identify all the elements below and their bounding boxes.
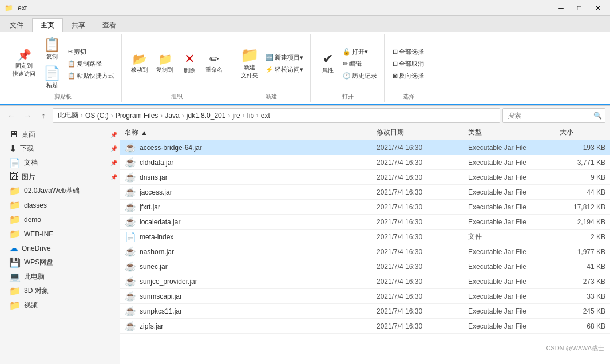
- sidebar-item-desktop[interactable]: 🖥 桌面 📌: [0, 128, 120, 141]
- path-item-programfiles[interactable]: Program Files: [116, 112, 159, 120]
- edit-button[interactable]: ✏ 编辑: [340, 58, 379, 69]
- forward-button[interactable]: →: [21, 109, 34, 122]
- javaweb-icon: 📁: [9, 185, 21, 196]
- properties-icon: ✔: [323, 53, 333, 65]
- easy-access-button[interactable]: ⚡ 轻松访问▾: [263, 64, 306, 75]
- file-type-icon: ☕: [125, 261, 136, 272]
- copy-button[interactable]: 📋 复制: [40, 35, 64, 63]
- select-all-icon: ⊞: [393, 48, 398, 56]
- table-row[interactable]: ☕ nashorn.jar 2021/7/4 16:30 Executable …: [120, 244, 610, 259]
- paste-shortcut-button[interactable]: 📋 粘贴快捷方式: [65, 70, 117, 81]
- cut-button[interactable]: ✂ 剪切: [65, 46, 117, 57]
- sidebar-item-documents[interactable]: 📄 文档 📌: [0, 156, 120, 170]
- up-button[interactable]: ↑: [37, 109, 50, 122]
- sidebar-item-demo[interactable]: 📁 demo: [0, 212, 120, 227]
- file-type-icon: ☕: [125, 142, 136, 153]
- sidebar-item-webinf[interactable]: 📁 WEB-INF: [0, 227, 120, 241]
- select-none-button[interactable]: ⊟ 全部取消: [390, 58, 426, 69]
- new-folder-icon: 📁: [240, 48, 259, 62]
- sidebar-item-pictures[interactable]: 🖼 图片 📌: [0, 170, 120, 184]
- table-row[interactable]: ☕ sunjce_provider.jar 2021/7/4 16:30 Exe…: [120, 274, 610, 289]
- table-row[interactable]: ☕ jfxrt.jar 2021/7/4 16:30 Executable Ja…: [120, 200, 610, 215]
- file-type-icon: ☕: [125, 216, 136, 227]
- new-item-button[interactable]: 🆕 新建项目▾: [263, 52, 306, 63]
- table-row[interactable]: ☕ sunpkcs11.jar 2021/7/4 16:30 Executabl…: [120, 304, 610, 319]
- file-type-icon: ☕: [125, 157, 136, 168]
- copy-to-button[interactable]: 📁 复制到: [153, 51, 177, 76]
- col-type-header[interactable]: 类型: [468, 128, 560, 137]
- sidebar-item-javaweb[interactable]: 📁 02.0JavaWeb基础: [0, 184, 120, 198]
- file-date-cell: 2021/7/4 16:30: [377, 278, 468, 286]
- file-size-cell: 44 KB: [560, 188, 605, 196]
- table-row[interactable]: ☕ access-bridge-64.jar 2021/7/4 16:30 Ex…: [120, 140, 610, 155]
- new-folder-button[interactable]: 📁 新建文件夹: [237, 45, 262, 82]
- search-input[interactable]: [502, 108, 605, 123]
- sidebar-item-downloads[interactable]: ⬇ 下载 📌: [0, 141, 120, 156]
- sidebar-item-wps[interactable]: 💾 WPS网盘: [0, 255, 120, 270]
- tab-file[interactable]: 文件: [1, 18, 32, 32]
- properties-button[interactable]: ✔ 属性: [316, 50, 339, 77]
- table-row[interactable]: ☕ dnsns.jar 2021/7/4 16:30 Executable Ja…: [120, 170, 610, 185]
- file-type-cell: Executable Jar File: [468, 278, 560, 286]
- file-size-cell: 2 KB: [560, 233, 605, 241]
- invert-select-button[interactable]: ⊠ 反向选择: [390, 70, 426, 81]
- tab-home[interactable]: 主页: [32, 18, 63, 32]
- rename-button[interactable]: ✏ 重命名: [202, 51, 226, 76]
- sidebar-item-videos[interactable]: 📁 视频: [0, 298, 120, 312]
- pin-indicator: 📌: [110, 174, 117, 180]
- clipboard-items: 📌 固定到快速访问 📋 复制 📄 粘贴 ✂ 剪: [9, 35, 117, 92]
- tab-view[interactable]: 查看: [94, 18, 125, 32]
- pin-indicator: 📌: [110, 132, 117, 138]
- path-item-java[interactable]: Java: [165, 112, 179, 120]
- sidebar-item-classes[interactable]: 📁 classes: [0, 198, 120, 212]
- file-type-cell: Executable Jar File: [468, 218, 560, 226]
- delete-button[interactable]: ✕ 删除: [178, 50, 201, 77]
- pin-button[interactable]: 📌 固定到快速访问: [9, 47, 39, 80]
- path-item-thispc[interactable]: 此电脑: [58, 110, 78, 120]
- table-row[interactable]: ☕ localedata.jar 2021/7/4 16:30 Executab…: [120, 215, 610, 230]
- file-type-cell: Executable Jar File: [468, 203, 560, 211]
- select-all-button[interactable]: ⊞ 全部选择: [390, 46, 426, 57]
- table-row[interactable]: ☕ sunmscapi.jar 2021/7/4 16:30 Executabl…: [120, 289, 610, 304]
- file-size-cell: 3,771 KB: [560, 159, 605, 167]
- back-button[interactable]: ←: [5, 109, 18, 122]
- close-button[interactable]: ✕: [591, 3, 605, 13]
- col-date-header[interactable]: 修改日期: [377, 128, 468, 137]
- col-name-header[interactable]: 名称 ▲: [125, 128, 377, 137]
- copy-to-icon: 📁: [158, 53, 172, 65]
- file-size-cell: 273 KB: [560, 278, 605, 286]
- new-item-icon: 🆕: [266, 54, 274, 61]
- table-row[interactable]: ☕ cldrdata.jar 2021/7/4 16:30 Executable…: [120, 155, 610, 170]
- documents-icon: 📄: [9, 157, 21, 168]
- path-item-jre[interactable]: jre: [232, 112, 240, 120]
- path-item-jdk[interactable]: jdk1.8.0_201: [187, 112, 226, 120]
- title-bar-controls[interactable]: 📁: [5, 4, 13, 12]
- file-name-cell: ☕ sunec.jar: [125, 261, 377, 272]
- desktop-icon: 🖥: [9, 129, 18, 140]
- table-row[interactable]: ☕ sunec.jar 2021/7/4 16:30 Executable Ja…: [120, 259, 610, 274]
- file-date-cell: 2021/7/4 16:30: [377, 292, 468, 300]
- table-row[interactable]: ☕ jaccess.jar 2021/7/4 16:30 Executable …: [120, 185, 610, 200]
- file-name-cell: ☕ nashorn.jar: [125, 246, 377, 257]
- tab-share[interactable]: 共享: [63, 18, 94, 32]
- sidebar-item-thispc[interactable]: 💻 此电脑: [0, 270, 120, 284]
- file-name-cell: ☕ dnsns.jar: [125, 172, 377, 183]
- sidebar-item-onedrive[interactable]: ☁ OneDrive: [0, 241, 120, 255]
- path-item-osc[interactable]: OS (C:): [85, 112, 109, 120]
- file-type-cell: Executable Jar File: [468, 292, 560, 300]
- delete-icon: ✕: [184, 53, 195, 65]
- minimize-button[interactable]: ─: [554, 3, 568, 13]
- ribbon-content: 📌 固定到快速访问 📋 复制 📄 粘贴 ✂ 剪: [0, 32, 610, 105]
- history-button[interactable]: 🕐 历史记录: [340, 70, 379, 81]
- paste-button[interactable]: 📄 粘贴: [40, 64, 64, 92]
- table-row[interactable]: ☕ zipfs.jar 2021/7/4 16:30 Executable Ja…: [120, 319, 610, 334]
- col-size-header[interactable]: 大小: [560, 128, 605, 137]
- table-row[interactable]: 📄 meta-index 2021/7/4 16:30 文件 2 KB: [120, 230, 610, 244]
- copy-path-button[interactable]: 📋 复制路径: [65, 58, 117, 69]
- open-items: ✔ 属性 🔓 打开▾ ✏ 编辑 🕐 历史记录: [316, 35, 379, 92]
- open-button[interactable]: 🔓 打开▾: [340, 46, 379, 57]
- maximize-button[interactable]: □: [573, 3, 586, 13]
- sidebar-item-3dobjects[interactable]: 📁 3D 对象: [0, 284, 120, 298]
- path-item-lib[interactable]: lib: [247, 112, 254, 120]
- move-to-button[interactable]: 📂 移动到: [128, 51, 152, 76]
